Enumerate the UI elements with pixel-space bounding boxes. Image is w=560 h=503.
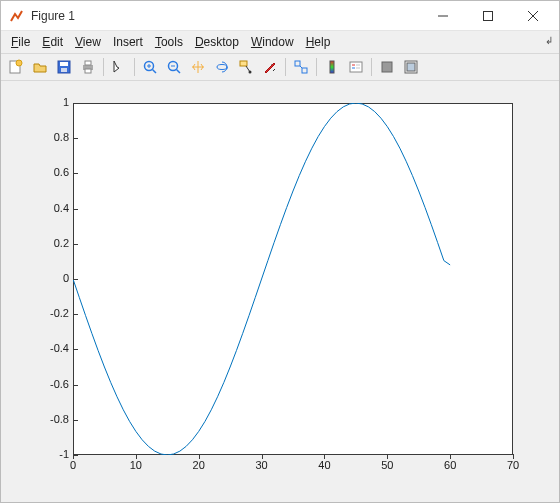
line-series (73, 103, 513, 455)
menu-help[interactable]: Help (306, 35, 331, 49)
titlebar: Figure 1 (1, 1, 559, 31)
svg-rect-11 (85, 61, 91, 65)
svg-rect-9 (61, 68, 67, 72)
y-tick-label: -0.6 (9, 378, 69, 390)
edit-plot-button[interactable] (108, 56, 130, 78)
insert-colorbar-button[interactable] (321, 56, 343, 78)
x-tick (513, 454, 514, 459)
menu-tools[interactable]: Tools (155, 35, 183, 49)
open-button[interactable] (29, 56, 51, 78)
insert-legend-button[interactable] (345, 56, 367, 78)
svg-point-23 (249, 71, 252, 74)
menu-file[interactable]: File (11, 35, 30, 49)
svg-line-18 (177, 70, 181, 74)
y-tick (73, 385, 78, 386)
x-tick-label: 30 (255, 459, 267, 471)
svg-rect-33 (382, 62, 392, 72)
close-button[interactable] (510, 2, 555, 30)
matlab-figure-icon (9, 8, 25, 24)
x-tick (199, 454, 200, 459)
y-tick (73, 103, 78, 104)
x-tick-label: 60 (444, 459, 456, 471)
svg-rect-35 (407, 63, 415, 71)
svg-rect-8 (60, 62, 68, 66)
y-tick-label: -0.8 (9, 413, 69, 425)
svg-line-26 (300, 66, 302, 68)
svg-rect-2 (483, 11, 492, 20)
x-tick (136, 454, 137, 459)
menu-view[interactable]: View (75, 35, 101, 49)
svg-rect-27 (330, 61, 334, 73)
svg-rect-25 (302, 68, 307, 73)
y-tick-label: 1 (9, 96, 69, 108)
y-tick-label: -0.4 (9, 342, 69, 354)
toolbar-overflow-icon[interactable]: ↲ (545, 35, 553, 46)
print-button[interactable] (77, 56, 99, 78)
toolbar (1, 53, 559, 81)
svg-line-14 (153, 70, 157, 74)
y-tick-label: 0.2 (9, 237, 69, 249)
y-tick-label: 0.4 (9, 202, 69, 214)
link-plot-button[interactable] (290, 56, 312, 78)
y-tick (73, 209, 78, 210)
x-tick-label: 0 (70, 459, 76, 471)
svg-point-20 (217, 65, 227, 70)
x-tick-label: 40 (318, 459, 330, 471)
y-tick (73, 173, 78, 174)
y-tick (73, 244, 78, 245)
svg-rect-28 (350, 62, 362, 72)
y-tick (73, 279, 78, 280)
y-tick (73, 349, 78, 350)
x-tick (262, 454, 263, 459)
minimize-button[interactable] (420, 2, 465, 30)
zoom-out-button[interactable] (163, 56, 185, 78)
zoom-in-button[interactable] (139, 56, 161, 78)
pan-button[interactable] (187, 56, 209, 78)
x-tick-label: 20 (193, 459, 205, 471)
y-tick (73, 138, 78, 139)
x-tick-label: 50 (381, 459, 393, 471)
x-tick (324, 454, 325, 459)
x-tick-label: 70 (507, 459, 519, 471)
menu-edit[interactable]: Edit (42, 35, 63, 49)
y-tick-label: -0.2 (9, 307, 69, 319)
rotate-3d-button[interactable] (211, 56, 233, 78)
maximize-button[interactable] (465, 2, 510, 30)
svg-rect-24 (295, 61, 300, 66)
svg-point-6 (16, 60, 22, 66)
save-button[interactable] (53, 56, 75, 78)
menu-window[interactable]: Window (251, 35, 294, 49)
data-cursor-button[interactable] (235, 56, 257, 78)
menubar: File Edit View Insert Tools Desktop Wind… (1, 31, 559, 53)
y-tick-label: 0.8 (9, 131, 69, 143)
plot-area[interactable]: -1-0.8-0.6-0.4-0.200.20.40.60.8101020304… (1, 81, 559, 501)
x-tick (73, 454, 74, 459)
x-tick (450, 454, 451, 459)
hide-plot-tools-button[interactable] (376, 56, 398, 78)
svg-rect-12 (85, 69, 91, 73)
y-tick-label: 0 (9, 272, 69, 284)
x-tick-label: 10 (130, 459, 142, 471)
menu-insert[interactable]: Insert (113, 35, 143, 49)
y-tick (73, 314, 78, 315)
x-tick (387, 454, 388, 459)
brush-button[interactable] (259, 56, 281, 78)
window-title: Figure 1 (31, 9, 75, 23)
new-figure-button[interactable] (5, 56, 27, 78)
menu-desktop[interactable]: Desktop (195, 35, 239, 49)
y-tick-label: -1 (9, 448, 69, 460)
show-plot-tools-button[interactable] (400, 56, 422, 78)
svg-rect-21 (240, 61, 247, 66)
y-tick-label: 0.6 (9, 166, 69, 178)
y-tick (73, 420, 78, 421)
